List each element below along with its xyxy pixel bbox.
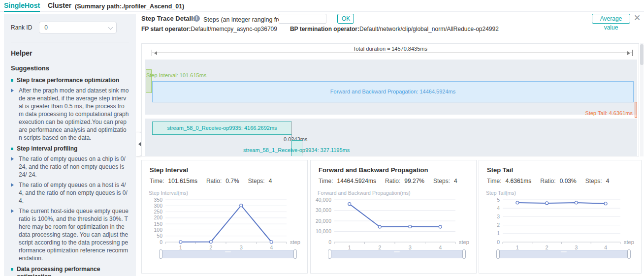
datazoom-slider[interactable] [498, 250, 629, 258]
forward-backward-line-chart[interactable]: 010,00020,00030,00040,0001234step [315, 196, 472, 251]
timeline-scrollbar[interactable] [640, 43, 644, 156]
collapse-left-icon [136, 142, 141, 146]
svg-text:step: step [290, 239, 300, 245]
ratio-label: Ratio: [540, 178, 555, 184]
chart-title: Step Tail [487, 166, 513, 174]
svg-text:300: 300 [154, 203, 162, 209]
fp-start-operator-value: Default/memcpy_async-op36709 [191, 26, 277, 32]
svg-text:350: 350 [154, 197, 162, 203]
step-tail-bar[interactable] [635, 102, 637, 118]
rank-id-value: 0 [44, 24, 48, 31]
step-interval-bar-label: Step Interval: 101.615ms [146, 72, 206, 78]
y-axis-title: Step Interval(ms) [149, 190, 188, 196]
ratio-label: Ratio: [385, 178, 400, 184]
chart-title: Step Interval [150, 166, 188, 174]
datazoom-slider[interactable] [329, 250, 464, 258]
slider-handle-left[interactable] [496, 249, 500, 259]
svg-text:0: 0 [160, 239, 162, 245]
tab-cluster[interactable]: Cluster [48, 1, 71, 11]
forward-backward-card: Forward and Backward Propagation Time:14… [310, 160, 477, 274]
step-tail-line-chart[interactable]: 0123451234step [483, 196, 637, 251]
average-value-button[interactable]: Average value [592, 14, 630, 24]
total-duration-label: Total duration ≈ 14570.8435ms [142, 46, 639, 52]
summary-path: (Summary path:./profiler_Ascend_01) [75, 3, 184, 10]
square-bullet-icon [11, 148, 13, 150]
step-tail-bar-label: Step Tail: 4.6361ms [585, 110, 633, 116]
rank-id-select[interactable]: 0 [39, 22, 117, 33]
step-interval-card: Step Interval Time:101.615msRatio:0.7%St… [141, 160, 308, 274]
ratio-value: 99.27% [404, 178, 424, 184]
time-label: Time: [150, 178, 164, 184]
steps-label: Steps: [248, 178, 265, 184]
chart-title: Forward and Backward Propagation [319, 166, 428, 174]
slider-notch [225, 251, 231, 252]
suggestion-item: The ratio of empty queues on a host is 4… [11, 181, 129, 205]
svg-text:1: 1 [497, 230, 500, 236]
svg-text:2: 2 [497, 222, 500, 228]
svg-text:200: 200 [154, 215, 162, 220]
stream-receive-bar-0-label: stream_58_0_Receive-op9935: 4166.2692ms [153, 125, 291, 131]
suggestion-item: The ratio of empty queues on a chip is 0… [11, 155, 129, 179]
slider-handle-left[interactable] [159, 249, 162, 259]
ratio-value: 0.03% [560, 178, 577, 184]
steps-label: Steps: [585, 178, 602, 184]
time-value: 14464.5924ms [337, 178, 376, 184]
info-icon[interactable]: i [193, 15, 200, 22]
datazoom-slider[interactable] [161, 250, 295, 258]
arrowhead-right-icon [627, 51, 632, 55]
svg-text:3: 3 [497, 214, 500, 219]
tab-singlehost[interactable]: SingleHost [4, 1, 40, 12]
chart-stats: Time:14464.5924msRatio:99.27%Steps:4 [319, 178, 466, 184]
stream-receive-bar-0[interactable]: stream_58_0_Receive-op9935: 4166.2692ms [152, 122, 292, 135]
y-axis-title: Step Tail(ms) [486, 190, 516, 196]
fp-start-operator-label: FP start operator: [141, 26, 191, 32]
square-bullet-icon [11, 268, 13, 271]
svg-text:250: 250 [154, 209, 162, 215]
chart-stats: Time:4.6361msRatio:0.03%Steps:4 [487, 178, 618, 184]
forward-backward-bar[interactable]: Forward and Backward Propagation: 14464.… [152, 81, 634, 102]
forward-backward-bar-label: Forward and Backward Propagation: 14464.… [153, 89, 633, 94]
rank-id-row: Rank ID 0 [11, 22, 129, 33]
square-bullet-icon [11, 79, 13, 82]
suggestion-section-title: Data processing performance optimization [11, 266, 129, 276]
svg-text:20,000: 20,000 [316, 218, 331, 224]
triangle-bullet-icon [11, 89, 16, 92]
step-tail-card: Step Tail Time:4.6361msRatio:0.03%Steps:… [479, 160, 642, 274]
ok-button[interactable]: OK [337, 14, 354, 24]
suggestion-section-title: Step trace performance optimization [11, 77, 129, 84]
steps-value: 4 [454, 178, 457, 184]
slider-handle-right[interactable] [627, 249, 631, 259]
triangle-bullet-icon [11, 209, 16, 213]
steps-input[interactable] [279, 14, 326, 24]
time-label: Time: [319, 178, 333, 184]
helper-sidebar: Rank ID 0 Helper Suggestions Step trace … [4, 14, 136, 276]
slider-notch [561, 251, 567, 252]
suggestion-section-title: Step interval profiling [11, 145, 129, 153]
close-icon[interactable]: ✕ [634, 13, 641, 23]
svg-text:50: 50 [157, 233, 162, 239]
steps-value: 4 [606, 178, 610, 184]
chart-stats: Time:101.615msRatio:0.7%Steps:4 [150, 178, 281, 184]
svg-text:step: step [624, 239, 634, 245]
slider-handle-left[interactable] [328, 249, 331, 259]
bp-termination-operator-label: BP termination operator: [290, 26, 359, 32]
timeline-scrollbar-thumb[interactable] [640, 44, 644, 65]
chevron-down-icon [108, 25, 113, 30]
slider-notch [394, 251, 400, 252]
step-trace-timeline[interactable]: Total duration ≈ 14570.8435ms Step Inter… [141, 43, 639, 156]
svg-text:0: 0 [497, 239, 500, 245]
timeline-row-streams: stream_58_0_Receive-op9935: 4166.2692ms … [145, 119, 637, 156]
triangle-bullet-icon [11, 157, 16, 161]
helper-title: Helper [11, 49, 129, 57]
ratio-label: Ratio: [206, 178, 222, 184]
time-value: 4.6361ms [506, 178, 532, 184]
svg-text:0: 0 [328, 239, 331, 245]
slider-handle-right[interactable] [293, 249, 297, 259]
steps-label: Steps: [433, 178, 450, 184]
top-header: SingleHost Cluster (Summary path:./profi… [0, 0, 644, 12]
operator-info-row: FP start operator:Default/memcpy_async-o… [141, 26, 499, 32]
svg-text:40,000: 40,000 [316, 197, 331, 203]
slider-handle-right[interactable] [462, 249, 466, 259]
svg-text:100: 100 [154, 227, 162, 233]
step-interval-line-chart[interactable]: 0501001502002503003501234step [146, 196, 303, 251]
